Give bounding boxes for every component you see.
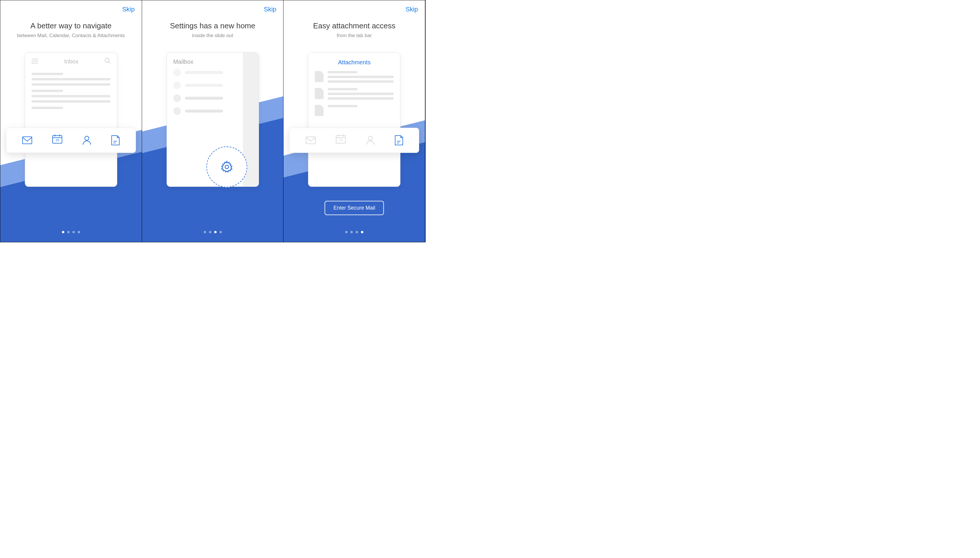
placeholder-block [31, 73, 110, 85]
page-dot[interactable] [345, 231, 347, 233]
mockup-card-inbox: Inbox [25, 53, 117, 187]
settings-gear-highlight[interactable] [206, 146, 247, 187]
file-pdf-icon [315, 71, 324, 82]
search-icon [105, 58, 110, 65]
skip-button[interactable]: Skip [405, 5, 418, 13]
headline: Easy attachment access from the tab bar [284, 21, 425, 39]
headline-title: Easy attachment access [284, 21, 425, 30]
attachment-row [315, 88, 394, 100]
page-dot[interactable] [351, 231, 353, 233]
svg-point-19 [368, 136, 372, 140]
page-dot[interactable] [204, 231, 206, 233]
onboarding-panel-attachments: Skip Easy attachment access from the tab… [284, 0, 425, 242]
skip-button[interactable]: Skip [264, 5, 277, 13]
page-dot[interactable] [214, 231, 216, 233]
calendar-day: 19 [52, 139, 62, 142]
tab-contacts[interactable] [82, 136, 91, 145]
tab-calendar[interactable]: 19 [52, 134, 62, 147]
page-dots [284, 231, 425, 233]
svg-rect-14 [306, 137, 315, 144]
placeholder-row [173, 94, 252, 102]
headline: Settings has a new home inside the slide… [142, 21, 284, 39]
menu-icon [31, 58, 38, 65]
headline-title: A better way to navigate [0, 21, 142, 30]
tab-attachments[interactable] [111, 135, 120, 145]
page-dots [0, 231, 142, 233]
page-dot[interactable] [356, 231, 358, 233]
placeholder-block [31, 107, 110, 109]
svg-point-13 [225, 165, 229, 169]
svg-rect-5 [23, 137, 32, 144]
tab-mail[interactable] [22, 136, 32, 144]
card-title: Attachments [308, 53, 400, 69]
headline: A better way to navigate between Mail, C… [0, 21, 142, 39]
placeholder-row [173, 82, 252, 89]
placeholder-row [173, 69, 252, 76]
card-title: Inbox [64, 58, 79, 65]
headline-subtitle: from the tab bar [284, 33, 425, 39]
svg-point-10 [85, 136, 89, 140]
page-dot[interactable] [72, 231, 75, 233]
tab-contacts[interactable] [366, 136, 375, 145]
file-image-icon [315, 88, 324, 99]
page-dot[interactable] [220, 231, 222, 233]
skip-button[interactable]: Skip [122, 5, 135, 13]
calendar-day: 19 [336, 139, 346, 142]
tab-bar: 19 [6, 128, 136, 153]
headline-subtitle: inside the slide out [142, 33, 284, 39]
onboarding-panel-navigate: Skip A better way to navigate between Ma… [0, 0, 142, 242]
page-dots [142, 231, 284, 233]
svg-point-3 [105, 58, 109, 62]
page-dot[interactable] [361, 231, 363, 233]
mockup-card-attachments: Attachments [308, 53, 400, 187]
tab-mail[interactable] [306, 136, 316, 144]
headline-subtitle: between Mail, Calendar, Contacts & Attac… [0, 33, 142, 39]
page-dot[interactable] [209, 231, 211, 233]
onboarding-panel-settings: Skip Settings has a new home inside the … [142, 0, 284, 242]
page-dot[interactable] [67, 231, 70, 233]
enter-secure-mail-button[interactable]: Enter Secure Mail [325, 201, 384, 215]
page-dot[interactable] [78, 231, 80, 233]
headline-title: Settings has a new home [142, 21, 284, 30]
tab-calendar[interactable]: 19 [336, 134, 346, 147]
page-dot[interactable] [62, 231, 64, 233]
svg-line-4 [108, 62, 110, 64]
file-doc-icon [315, 105, 324, 116]
card-header: Inbox [25, 53, 117, 67]
attachment-row [315, 71, 394, 83]
tab-attachments[interactable] [395, 135, 403, 145]
attachment-row [315, 105, 394, 116]
tab-bar: 19 [289, 128, 419, 153]
placeholder-block [31, 90, 110, 103]
placeholder-row [173, 107, 252, 115]
